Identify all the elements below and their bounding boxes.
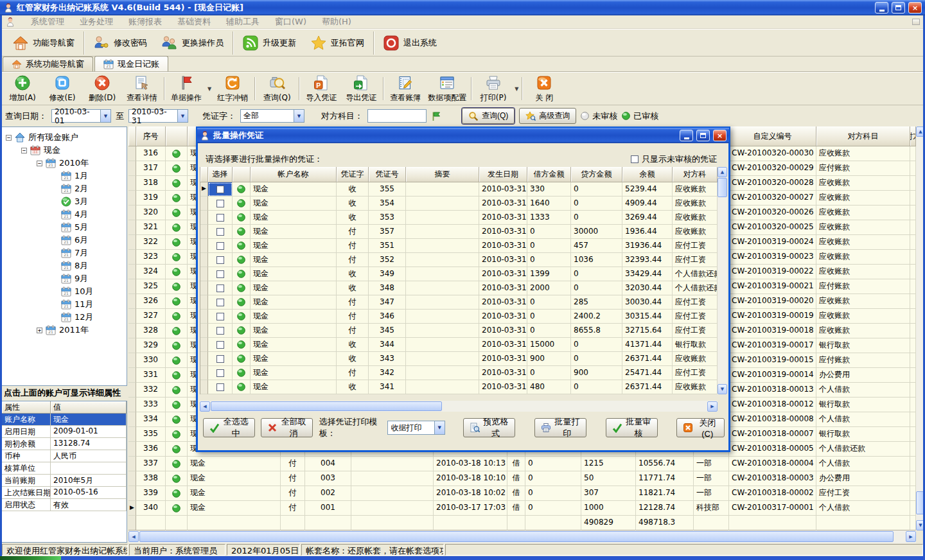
action-button-7[interactable]: P导入凭证 [301,73,341,105]
row-selector[interactable] [200,338,208,352]
scroll-right-icon[interactable]: ▶ [906,531,916,542]
chevron-down-icon[interactable]: ▼ [294,110,304,122]
select-checkbox[interactable] [208,380,233,394]
tree-item-10月[interactable]: 2110月 [2,285,127,298]
checkbox-icon[interactable] [216,327,224,335]
checkbox-icon[interactable] [216,284,224,292]
row-selector[interactable] [200,225,208,239]
dialog-voucher-row[interactable]: 现金付3462010-03-3102400.230315.44应付工资 [200,310,717,324]
dialog-close-button[interactable]: × [713,130,727,141]
row-selector[interactable]: ▶ [200,182,208,197]
row-selector[interactable]: ▶ [128,501,136,516]
tree-item-8月[interactable]: 218月 [2,259,127,272]
checkbox-icon[interactable] [216,299,224,306]
table-row[interactable]: 339现金付0022010-03-18 10:02借030711821.74一部… [128,486,916,501]
select-checkbox[interactable] [208,281,233,295]
property-row[interactable]: 启用状态有效 [2,499,127,511]
dialog-voucher-row[interactable]: 现金收3492010-03-311399033429.44个人借款还款 [200,267,717,281]
row-selector[interactable] [128,457,136,471]
menu-item-3[interactable]: 基础资料 [177,16,211,28]
tab-navigator[interactable]: 系统功能导航窗 [3,57,93,71]
row-selector[interactable] [128,235,136,250]
select-checkbox[interactable] [208,352,233,366]
action-button-10[interactable]: 数据项配置 [425,73,469,105]
dialog-hscrollbar[interactable]: ◀ ▶ [200,401,718,412]
action-button-2[interactable]: 删除(D) [82,73,122,105]
scroll-left-icon[interactable]: ◀ [128,531,139,542]
tree-expander-icon[interactable]: − [6,135,12,141]
toolbar-button-3[interactable]: 升级更新 [235,31,303,55]
property-row[interactable]: 期初余额13128.74 [2,438,127,450]
tree-item-现金[interactable]: −现金 [2,144,127,157]
row-selector[interactable] [128,279,136,294]
dialog-voucher-row[interactable]: ▶现金收3552010-03-3133005239.44应收账款 [200,182,717,197]
action-button-11[interactable]: 打印(P) [473,73,513,105]
checkbox-icon[interactable] [216,270,224,278]
tree-item-12月[interactable]: 2112月 [2,311,127,324]
checkbox-icon[interactable] [216,186,224,193]
row-selector[interactable] [128,383,136,398]
checkbox-icon[interactable] [216,383,224,391]
hscroll-thumb[interactable] [139,531,894,542]
action-button-3[interactable]: 查看详情 [122,73,162,105]
row-selector[interactable] [128,324,136,338]
tree-item-7月[interactable]: 217月 [2,247,127,259]
tree-expander-icon[interactable]: − [21,148,27,153]
tree-item-1月[interactable]: 211月 [2,170,127,182]
table-row[interactable]: ▶340现金付0012010-03-17 17:03借0100012128.74… [128,501,916,516]
date-to-select[interactable]: 2010-03-31▼ [128,109,188,123]
action-button-8[interactable]: 导出凭证 [341,73,381,105]
dialog-maximize-button[interactable] [696,130,710,141]
row-selector[interactable] [200,352,208,366]
select-checkbox[interactable] [208,295,233,310]
dialog-vscrollbar[interactable]: ▲ ▼ [718,167,727,394]
action-button-4[interactable]: 单据操作 [166,73,206,105]
property-row[interactable]: 上次结账日期2010-05-16 [2,487,127,499]
scroll-right-icon[interactable]: ▶ [707,401,718,412]
dialog-voucher-row[interactable]: 现金收3542010-03-31164004909.44应收账款 [200,197,717,211]
scroll-up-icon[interactable]: ▲ [718,167,727,177]
menu-item-1[interactable]: 业务处理 [80,16,113,28]
toolbar-button-4[interactable]: 亚拓官网 [303,31,371,55]
row-selector[interactable] [200,310,208,324]
checkbox-icon[interactable] [216,200,224,207]
tree-item-所有现金账户[interactable]: −所有现金账户 [2,131,127,144]
preview-format-button[interactable]: 预览格式 [463,418,515,437]
row-selector[interactable] [200,281,208,295]
dialog-voucher-row[interactable]: 现金收3532010-03-31133303269.44应收账款 [200,211,717,225]
select-checkbox[interactable] [208,310,233,324]
voucher-type-select[interactable]: 全部▼ [240,109,304,123]
scroll-down-icon[interactable]: ▼ [718,384,727,394]
dialog-voucher-row[interactable]: 现金收3412010-03-31480026371.44应收账款 [200,380,717,394]
unaudited-legend[interactable]: 未审核 [581,110,617,122]
checkbox-icon[interactable] [216,369,224,377]
row-selector[interactable] [128,146,136,161]
row-selector[interactable] [128,294,136,309]
chevron-down-icon[interactable]: ▼ [100,110,110,122]
row-selector[interactable] [128,161,136,176]
dialog-voucher-row[interactable]: 现金付3452010-03-3108655.832715.64应付工资 [200,324,717,338]
menu-item-6[interactable]: 帮助(H) [322,16,351,28]
row-selector[interactable] [128,412,136,427]
checkbox-icon[interactable] [631,155,639,163]
scroll-left-icon[interactable]: ◀ [200,401,210,412]
audited-legend[interactable]: 已审核 [622,110,658,122]
row-selector[interactable] [128,471,136,486]
select-checkbox[interactable] [208,239,233,253]
select-checkbox[interactable] [208,366,233,380]
property-row[interactable]: 启用日期2009-01-01 [2,426,127,438]
tab-cash-journal[interactable]: 21现金日记账 [94,56,168,71]
toolbar-button-1[interactable]: 修改密码 [86,31,154,55]
row-selector[interactable] [200,366,208,380]
action-button-9[interactable]: 查看账簿 [385,73,425,105]
tree-item-5月[interactable]: 215月 [2,221,127,234]
select-all-button[interactable]: 全选选中 [203,418,255,437]
property-row[interactable]: 核算单位 [2,462,127,475]
row-selector[interactable] [128,206,136,220]
select-checkbox[interactable] [208,182,233,197]
tree-item-2011年[interactable]: +212011年 [2,324,127,337]
tree-item-4月[interactable]: 214月 [2,208,127,221]
dialog-voucher-row[interactable]: 现金收3482010-03-312000032030.44个人借款还款 [200,281,717,295]
print-template-select[interactable]: 收据打印▼ [387,421,445,435]
select-checkbox[interactable] [208,253,233,267]
